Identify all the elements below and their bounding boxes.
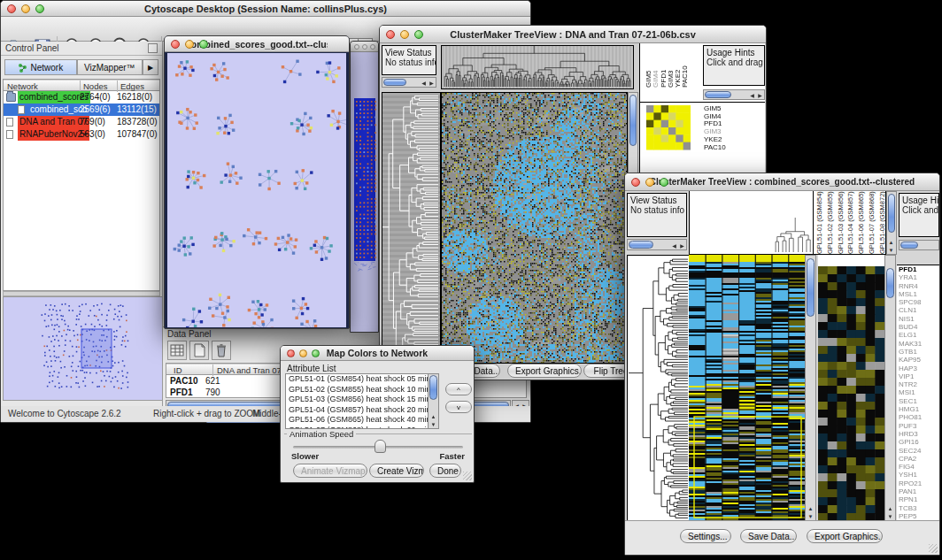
gene-label[interactable]: RPO21 <box>897 479 939 487</box>
delete-attribute-trash-icon[interactable] <box>212 341 231 360</box>
minimize-button[interactable] <box>21 4 30 13</box>
network-overview-canvas[interactable] <box>3 296 163 401</box>
treeview1-column-dendrogram[interactable] <box>441 45 634 89</box>
attribute-list-item[interactable]: GPL51-06 (GSM865) heat shock 40 min <box>286 415 438 426</box>
close-button[interactable] <box>7 4 16 13</box>
close-button[interactable] <box>354 44 359 50</box>
treeview2-button[interactable]: Settings... <box>680 529 731 543</box>
treeview1-mini-heatmap[interactable] <box>646 105 691 151</box>
new-attribute-icon[interactable] <box>189 341 209 360</box>
treeview2-detail-vscrollbar[interactable]: ▲▼ <box>884 255 896 521</box>
attribute-list-item[interactable]: GPL51-01 (GSM854) heat shock 05 min <box>286 374 438 385</box>
network-view-titlebar[interactable]: combined_scores_good.txt--cluste... <box>165 36 349 52</box>
move-up-button[interactable]: ^ <box>445 383 472 395</box>
treeview2-button[interactable]: Save Data... <box>740 529 797 543</box>
gene-label[interactable]: PHO81 <box>897 413 939 421</box>
minimize-button[interactable] <box>400 30 409 39</box>
zoom-button[interactable] <box>35 4 44 13</box>
zoom-button[interactable] <box>199 40 208 49</box>
gene-label[interactable]: CPA2 <box>897 455 939 463</box>
gene-label[interactable]: HAP3 <box>897 364 939 372</box>
gene-label[interactable]: GTB1 <box>897 348 939 356</box>
gene-label[interactable]: ELG1 <box>897 331 939 339</box>
gene-label[interactable]: CLN1 <box>897 306 939 314</box>
network-list-row[interactable]: DNA and Tran 07 769(0) 183728(0) <box>4 116 159 128</box>
gene-label[interactable]: YRA1 <box>897 273 939 281</box>
minimize-button[interactable] <box>299 349 307 357</box>
treeview2-status-hscrollbar[interactable]: ◀▶ <box>627 239 687 250</box>
gene-label[interactable]: YSH1 <box>897 471 939 479</box>
speed-slider-thumb[interactable] <box>374 440 386 453</box>
network-canvas[interactable] <box>167 53 346 327</box>
gene-label[interactable]: PEP5 <box>897 512 939 520</box>
zoom-button[interactable] <box>370 44 375 50</box>
gene-label[interactable]: RNR4 <box>897 282 939 290</box>
treeview1-heatmap[interactable] <box>441 92 628 364</box>
gene-label[interactable]: TCB3 <box>897 504 939 512</box>
gene-label[interactable]: SEC24 <box>897 447 939 455</box>
background-network-canvas[interactable] <box>351 52 378 332</box>
zoom-button[interactable] <box>414 30 423 39</box>
gene-label[interactable]: GPI16 <box>897 438 939 446</box>
network-list-row[interactable]: combined_scores 2764(0) 16218(0) <box>4 91 159 104</box>
treeview2-collabel-vscrollbar[interactable]: ▲▼ <box>886 191 897 255</box>
dialog-button[interactable]: Done <box>429 464 461 478</box>
gene-label[interactable]: FIG4 <box>897 463 939 471</box>
network-list-row[interactable]: RNAPuberNov2+ 563(0) 107847(0) <box>4 128 159 141</box>
tab-vizmapper[interactable]: VizMapper™ <box>77 59 143 75</box>
treeview1-usage-hscrollbar[interactable]: ◀▶ <box>703 89 765 100</box>
background-network-titlebar[interactable] <box>351 42 378 52</box>
main-title-bar[interactable]: Cytoscape Desktop (Session Name: collins… <box>1 1 530 17</box>
gene-label[interactable]: NIS1 <box>897 315 939 323</box>
treeview2-column-tree[interactable] <box>689 191 815 255</box>
gene-label[interactable]: HRD3 <box>897 430 939 438</box>
attribute-list-item[interactable]: GPL51-04 (GSM857) heat shock 20 min <box>286 405 438 416</box>
gene-label[interactable]: MSI1 <box>897 388 939 396</box>
treeview2-button[interactable]: Export Graphics... <box>807 529 883 543</box>
gene-label[interactable]: PFD1 <box>897 265 939 273</box>
gene-label[interactable]: HMG1 <box>897 405 939 413</box>
gene-label[interactable]: VIP1 <box>897 372 939 380</box>
minimize-button[interactable] <box>645 178 654 187</box>
treeview2-heatmap[interactable] <box>689 255 805 521</box>
tab-network[interactable]: Network <box>4 59 77 75</box>
dialog-titlebar[interactable]: Map Colors to Network <box>281 346 474 361</box>
resize-grip[interactable] <box>463 472 472 480</box>
gene-label[interactable]: NTR2 <box>897 380 939 388</box>
close-button[interactable] <box>386 30 395 39</box>
network-list-header[interactable]: Network Nodes Edges <box>4 80 159 91</box>
close-button[interactable] <box>631 178 640 187</box>
treeview2-row-dendrogram[interactable] <box>627 255 691 523</box>
treeview2-usage-hscrollbar[interactable] <box>899 240 939 250</box>
dialog-button[interactable]: Animate Vizmap <box>293 464 367 478</box>
gene-label[interactable]: PAN1 <box>897 487 939 495</box>
gene-label[interactable]: SEC1 <box>897 397 939 405</box>
gene-label[interactable]: PUF3 <box>897 422 939 430</box>
attribute-list-vscrollbar[interactable]: ▲▼ <box>428 374 438 428</box>
close-button[interactable] <box>171 40 180 49</box>
close-button[interactable] <box>287 349 295 357</box>
move-down-button[interactable]: v <box>445 401 472 413</box>
treeview1-button[interactable]: Export Graphics... <box>507 364 582 378</box>
treeview2-titlebar[interactable]: ClusterMaker TreeView : combined_scores_… <box>625 173 939 191</box>
treeview2-heatmap-vscrollbar[interactable]: ▲▼ <box>805 255 816 521</box>
gene-label[interactable]: RPN1 <box>897 495 939 503</box>
tab-overflow-arrow-icon[interactable]: ▶ <box>143 59 158 75</box>
attribute-list-item[interactable]: GPL51-03 (GSM856) heat shock 15 min <box>286 395 438 405</box>
gene-label[interactable]: MAK31 <box>897 340 939 348</box>
treeview1-row-dendrogram[interactable] <box>382 92 441 364</box>
resize-grip[interactable] <box>929 544 938 553</box>
attribute-list-item[interactable]: GPL51-02 (GSM855) heat shock 10 min <box>286 385 438 395</box>
treeview1-titlebar[interactable]: ClusterMaker TreeView : DNA and Tran 07-… <box>380 26 766 43</box>
select-attributes-icon[interactable] <box>167 341 187 360</box>
gene-label[interactable]: SPC98 <box>897 298 939 306</box>
gene-label[interactable]: MSL1 <box>897 290 939 298</box>
dialog-button[interactable]: Create Vizmap <box>369 464 424 478</box>
float-panel-icon[interactable] <box>148 43 158 53</box>
treeview2-detail-heatmap[interactable] <box>818 266 884 521</box>
minimize-button[interactable] <box>362 44 367 50</box>
zoom-button[interactable] <box>312 349 320 357</box>
network-list-row[interactable]: combined_sco 2569(6) 13112(15) <box>4 104 159 116</box>
zoom-button[interactable] <box>660 178 668 187</box>
treeview1-status-hscrollbar[interactable]: ◀▶ <box>382 77 436 88</box>
